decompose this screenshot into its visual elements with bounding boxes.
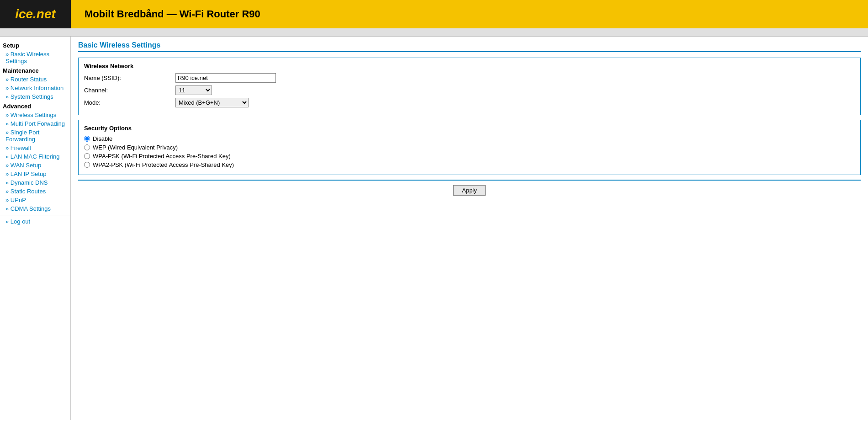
sidebar-item-multi-port-forwarding[interactable]: » Multi Port Forwading [0, 119, 70, 128]
name-input-wrapper [175, 73, 276, 83]
sidebar-section-advanced: Advanced [0, 101, 70, 111]
radio-wpa2-psk[interactable] [84, 162, 90, 168]
mode-label: Mode: [84, 99, 175, 106]
mode-select[interactable]: Mixed (B+G+N) B Only G Only N Only [175, 98, 249, 107]
header: ice.net Mobilt Bredbånd — Wi-Fi Router R… [0, 0, 868, 28]
ssid-input[interactable] [175, 73, 276, 83]
wireless-network-section: Wireless Network Name (SSID): Channel: 1… [78, 58, 861, 115]
name-label: Name (SSID): [84, 75, 175, 81]
radio-wpa-psk-label: WPA-PSK (Wi-Fi Protected Access Pre-Shar… [93, 153, 231, 160]
radio-row-wpa2-psk: WPA2-PSK (Wi-Fi Protected Access Pre-Sha… [84, 161, 855, 168]
sidebar-item-single-port-forwarding[interactable]: » Single Port Forwarding [0, 128, 70, 144]
radio-wpa2-psk-label: WPA2-PSK (Wi-Fi Protected Access Pre-Sha… [93, 161, 234, 168]
page-title: Basic Wireless Settings [78, 41, 861, 52]
apply-button[interactable]: Apply [453, 185, 486, 196]
sidebar-item-lan-mac-filtering[interactable]: » LAN MAC Filtering [0, 152, 70, 161]
channel-label: Channel: [84, 87, 175, 94]
security-options-section: Security Options Disable WEP (Wired Equi… [78, 120, 861, 175]
sidebar-item-upnp[interactable]: » UPnP [0, 196, 70, 204]
sidebar-item-wireless-settings[interactable]: » Wireless Settings [0, 111, 70, 119]
sidebar-item-firewall[interactable]: » Firewall [0, 144, 70, 152]
channel-row: Channel: 1234 5678 91011 1213 [84, 85, 855, 95]
mode-row: Mode: Mixed (B+G+N) B Only G Only N Only [84, 98, 855, 107]
radio-disable[interactable] [84, 136, 90, 142]
channel-select[interactable]: 1234 5678 91011 1213 [175, 85, 212, 95]
security-options-heading: Security Options [84, 125, 855, 132]
wireless-network-heading: Wireless Network [84, 63, 855, 69]
logo: ice.net [15, 7, 56, 21]
logo-box: ice.net [0, 0, 71, 28]
sidebar-item-basic-wireless-settings[interactable]: » Basic Wireless Settings [0, 50, 70, 65]
radio-row-wpa-psk: WPA-PSK (Wi-Fi Protected Access Pre-Shar… [84, 153, 855, 160]
radio-wep-label: WEP (Wired Equivalent Privacy) [93, 144, 178, 151]
sidebar: Setup » Basic Wireless Settings Maintena… [0, 37, 71, 420]
sidebar-item-router-status[interactable]: » Router Status [0, 75, 70, 84]
name-row: Name (SSID): [84, 73, 855, 83]
sidebar-item-wan-setup[interactable]: » WAN Setup [0, 161, 70, 170]
radio-row-disable: Disable [84, 135, 855, 142]
radio-wep[interactable] [84, 144, 90, 150]
layout: Setup » Basic Wireless Settings Maintena… [0, 37, 868, 420]
mode-select-wrapper: Mixed (B+G+N) B Only G Only N Only [175, 98, 249, 107]
radio-wpa-psk[interactable] [84, 153, 90, 159]
main-content: Basic Wireless Settings Wireless Network… [71, 37, 868, 420]
header-title: Mobilt Bredbånd — Wi-Fi Router R90 [71, 8, 260, 20]
sidebar-item-system-settings[interactable]: » System Settings [0, 92, 70, 101]
sidebar-item-cdma-settings[interactable]: » CDMA Settings [0, 204, 70, 213]
sidebar-section-setup: Setup [0, 40, 70, 50]
sidebar-item-dynamic-dns[interactable]: » Dynamic DNS [0, 178, 70, 187]
sidebar-divider [0, 215, 70, 215]
subheader-bar [0, 28, 868, 37]
sidebar-item-lan-ip-setup[interactable]: » LAN IP Setup [0, 170, 70, 178]
channel-select-wrapper: 1234 5678 91011 1213 [175, 85, 212, 95]
radio-disable-label: Disable [93, 135, 112, 142]
apply-row: Apply [78, 180, 861, 196]
sidebar-item-logout[interactable]: » Log out [0, 217, 70, 226]
sidebar-section-maintenance: Maintenance [0, 65, 70, 75]
sidebar-item-static-routes[interactable]: » Static Routes [0, 187, 70, 196]
sidebar-item-network-information[interactable]: » Network Information [0, 84, 70, 92]
radio-row-wep: WEP (Wired Equivalent Privacy) [84, 144, 855, 151]
